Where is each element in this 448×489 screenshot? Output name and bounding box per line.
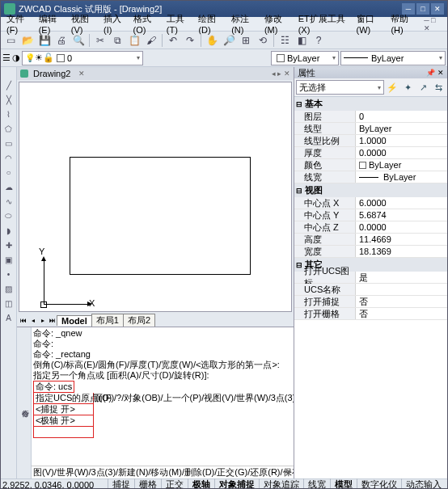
open-icon[interactable]: 📂	[19, 32, 36, 48]
tab-layout2[interactable]: 布局2	[123, 314, 155, 327]
doc-close-icon[interactable]: ✕	[78, 70, 85, 78]
tab-layout1[interactable]: 布局1	[91, 314, 124, 327]
help-icon[interactable]: ?	[311, 32, 327, 48]
point-icon[interactable]: •	[2, 268, 15, 280]
command-log[interactable]: 命令: _qnew 命令: 命令: _rectang 倒角(C)/标高(E)/圆…	[32, 327, 294, 478]
save-icon[interactable]: 💾	[36, 32, 53, 48]
dc-icon[interactable]: ◧	[294, 32, 310, 48]
prop-group[interactable]: 基本	[294, 97, 447, 111]
prop-row[interactable]: 颜色ByLayer	[294, 159, 447, 171]
mode-otrack[interactable]: 对象追踪	[259, 478, 303, 489]
ellipse-icon[interactable]: ⬭	[2, 209, 15, 222]
circle-icon[interactable]: ○	[2, 166, 15, 179]
region-icon[interactable]: ◫	[2, 297, 15, 310]
properties-grid[interactable]: 基本图层0线型ByLayer线型比例1.0000厚度0.0000颜色ByLaye…	[294, 96, 447, 478]
mode-grid[interactable]: 栅格	[134, 478, 161, 489]
prop-value[interactable]: 0.0000	[356, 148, 447, 158]
mode-polar[interactable]: 极轴	[188, 478, 214, 489]
hatch-icon[interactable]: ▨	[2, 282, 15, 295]
prop-row[interactable]: 中心点 Y5.6874	[294, 209, 447, 221]
prop-row[interactable]: 打开栅格否	[294, 308, 447, 320]
layer-combo[interactable]: 💡 ☀ 🔓 0	[22, 51, 143, 65]
prop-value[interactable]: 18.1369	[356, 247, 447, 256]
scroll-arrows-icon[interactable]: ◂▸	[284, 466, 292, 477]
zoomprev-icon[interactable]: ⟲	[255, 32, 271, 48]
cut-icon[interactable]: ✂	[92, 32, 108, 48]
mode-ortho[interactable]: 正交	[161, 478, 188, 489]
prop-row[interactable]: 线宽ByLayer	[294, 171, 447, 183]
prop-row[interactable]: 中心点 X6.0000	[294, 197, 447, 209]
doc-tab-title[interactable]: Drawing2	[33, 69, 70, 78]
prop-value[interactable]: 5.6874	[356, 210, 447, 220]
prop-value[interactable]: 否	[356, 308, 447, 320]
preview-icon[interactable]: 🔍	[70, 32, 87, 48]
rect-icon[interactable]: ▭	[2, 137, 15, 150]
prop-row[interactable]: 图层0	[294, 111, 447, 123]
revcloud-icon[interactable]: ☁	[2, 180, 15, 193]
toggle-icon[interactable]: ⇆	[431, 80, 446, 95]
layeriso-icon[interactable]: ◑	[12, 53, 20, 63]
prop-row[interactable]: 高度11.4669	[294, 234, 447, 246]
pan-icon[interactable]: ✋	[204, 32, 220, 48]
prop-value[interactable]: 6.0000	[356, 198, 447, 208]
mode-model[interactable]: 模型	[330, 478, 357, 489]
zoom-icon[interactable]: 🔎	[221, 32, 237, 48]
arc-icon[interactable]: ◠	[2, 151, 15, 164]
ellipsearc-icon[interactable]: ◗	[2, 224, 15, 237]
pline-icon[interactable]: ⌇	[2, 107, 15, 120]
prop-icon[interactable]: ☷	[277, 32, 293, 48]
prop-value[interactable]: 0	[356, 112, 447, 121]
polygon-icon[interactable]: ⬠	[2, 122, 15, 135]
prop-row[interactable]: 宽度18.1369	[294, 246, 447, 258]
prop-value[interactable]: ByLayer	[356, 124, 447, 133]
block-icon[interactable]: ▣	[2, 253, 15, 266]
layerprop-icon[interactable]: ☰	[2, 53, 11, 63]
prop-row[interactable]: 厚度0.0000	[294, 147, 447, 159]
drawing-canvas[interactable]: Y X	[19, 82, 292, 312]
prop-group[interactable]: 视图	[294, 183, 447, 197]
command-line[interactable]: 图(V)/世界(W)/3点(3)/新建(N)/移动(M)/删除(D)/正交(G)…	[32, 466, 294, 478]
prop-value[interactable]: 0.0000	[356, 222, 447, 232]
tab-first-icon[interactable]: ⏮	[19, 315, 28, 325]
prop-value[interactable]: 1.0000	[356, 136, 447, 145]
text-icon[interactable]: A	[2, 311, 15, 324]
linetype-combo[interactable]: ByLayer	[340, 51, 446, 65]
mode-tablet[interactable]: 数字化仪	[357, 478, 401, 489]
menu-window[interactable]: 窗口(W)	[354, 13, 387, 35]
mode-osnap[interactable]: 对象捕捉	[214, 478, 259, 489]
prop-row[interactable]: 中心点 Z0.0000	[294, 221, 447, 234]
line-icon[interactable]: ╱	[2, 78, 15, 91]
selectobj-icon[interactable]: ↗	[416, 80, 430, 95]
prop-row[interactable]: 打开捕捉否	[294, 296, 447, 308]
prop-value[interactable]: ByLayer	[356, 172, 447, 182]
undo-icon[interactable]: ↶	[165, 32, 181, 48]
prop-row[interactable]: 打开UCS图标是	[294, 272, 447, 284]
print-icon[interactable]: 🖨	[53, 32, 70, 48]
mode-snap[interactable]: 捕捉	[108, 478, 134, 489]
pickadd-icon[interactable]: ✦	[400, 80, 415, 95]
insert-icon[interactable]: ✚	[2, 238, 15, 251]
prop-row[interactable]: 线型ByLayer	[294, 123, 447, 135]
spline-icon[interactable]: ∿	[2, 195, 15, 208]
prop-row[interactable]: UCS名称	[294, 284, 447, 296]
color-combo[interactable]: ByLayer	[271, 51, 339, 65]
selection-combo[interactable]: 无选择	[296, 80, 384, 95]
paste-icon[interactable]: 📋	[126, 32, 142, 48]
prop-value[interactable]: ByLayer	[356, 160, 447, 170]
match-icon[interactable]: 🖌	[143, 32, 159, 48]
close-button[interactable]: ✕	[431, 3, 444, 15]
tab-model[interactable]: Model	[57, 315, 92, 326]
tab-next-icon[interactable]: ▸	[38, 315, 48, 325]
mode-lwt[interactable]: 线宽	[303, 478, 330, 489]
menu-help[interactable]: 帮助(H)	[388, 13, 420, 35]
quickselect-icon[interactable]: ⚡	[385, 80, 399, 95]
prop-value[interactable]: 11.4669	[356, 234, 447, 244]
pin-icon[interactable]: 📌 ✕	[426, 69, 444, 77]
redo-icon[interactable]: ↷	[182, 32, 198, 48]
copy-icon[interactable]: ⧉	[109, 32, 125, 48]
prop-value[interactable]: 是	[356, 272, 447, 284]
prop-row[interactable]: 线型比例1.0000	[294, 135, 447, 147]
zoomwin-icon[interactable]: ⊞	[238, 32, 254, 48]
new-icon[interactable]: ▭	[2, 32, 19, 48]
prop-value[interactable]: 否	[356, 296, 447, 308]
